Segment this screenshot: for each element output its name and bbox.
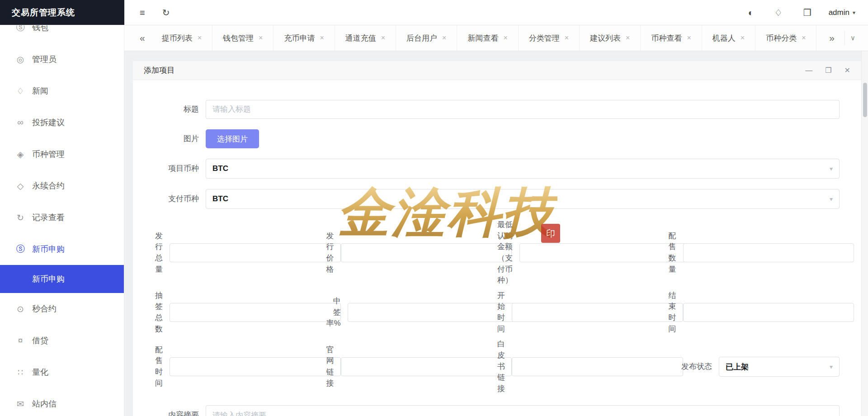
tab-10[interactable]: 机器人×	[702, 25, 755, 51]
lottery-total-input[interactable]	[170, 303, 341, 322]
refresh-icon[interactable]: ↻	[159, 5, 174, 20]
collapse-sidebar-icon[interactable]: ≡	[136, 5, 149, 20]
quant-icon: ∷	[15, 367, 25, 378]
summary-textarea[interactable]	[206, 405, 840, 416]
win-rate-input[interactable]	[348, 303, 519, 322]
admin-badge-icon: ◎	[15, 54, 25, 65]
chevron-down-icon: ▾	[830, 165, 833, 172]
scrollbar-thumb[interactable]	[863, 83, 867, 117]
official-site-link-input[interactable]	[341, 357, 512, 376]
publish-status-value: 已上架	[726, 362, 749, 372]
topbar-right: ◐ ♢ ❒ admin ▾	[745, 5, 868, 20]
tab-7[interactable]: 分类管理×	[519, 25, 580, 51]
title-input[interactable]	[206, 100, 840, 119]
tab-label: 钱包管理	[223, 33, 254, 43]
add-project-modal: 添加项目 — ❐ ✕ 标题	[133, 61, 861, 416]
tab-label: 通道充值	[345, 33, 376, 43]
choose-image-button[interactable]: 选择图片	[206, 129, 259, 148]
sidebar: ⓢ钱包◎管理员♢新闻∞投拆建议◈币种管理◇永续合约↻记录查看ⓢ新币申购新币申购⊙…	[0, 25, 124, 416]
tabs-scroll-left-icon[interactable]: «	[133, 33, 151, 43]
project-coin-select[interactable]: BTC ▾	[206, 159, 840, 179]
form-grid: 发行总量发行价格最低认购金额（支付币种）配售数量抽签总数中签率%开始时间结束时间…	[155, 219, 840, 395]
tab-close-icon[interactable]: ×	[565, 34, 569, 42]
theme-icon[interactable]: ◐	[745, 5, 757, 20]
close-button[interactable]: ✕	[844, 67, 850, 74]
tab-close-icon[interactable]: ×	[259, 34, 263, 42]
modal-title: 添加项目	[144, 65, 175, 76]
sidebar-item-quant[interactable]: ∷量化	[0, 356, 124, 388]
sidebar-item-label: 量化	[32, 367, 48, 378]
sidebar-item-suggestion[interactable]: ∞投拆建议	[0, 107, 124, 138]
tab-close-icon[interactable]: ×	[320, 34, 324, 42]
tab-close-icon[interactable]: ×	[802, 34, 806, 42]
issue-price-input[interactable]	[341, 243, 512, 262]
sidebar-item-coin-manage[interactable]: ◈币种管理	[0, 138, 124, 170]
sidebar-item-news[interactable]: ♢新闻	[0, 75, 124, 107]
topbar: 交易所管理系统 ≡ ↻ ◐ ♢ ❒ admin ▾	[0, 0, 868, 25]
user-menu[interactable]: admin ▾	[829, 8, 855, 17]
min-subscribe-amount-input[interactable]	[519, 243, 691, 262]
tab-6[interactable]: 新闻查看×	[457, 25, 518, 51]
sidebar-item-new-coin[interactable]: ⓢ新币申购	[0, 233, 124, 265]
sidebar-item-new-coin-sub[interactable]: 新币申购	[0, 265, 124, 293]
tab-label: 建议列表	[590, 33, 621, 43]
tab-label: 分类管理	[529, 33, 560, 43]
tab-5[interactable]: 后台用户×	[396, 25, 457, 51]
tab-3[interactable]: 充币申请×	[274, 25, 335, 51]
sidebar-item-perpetual[interactable]: ◇永续合约	[0, 170, 124, 202]
tab-close-icon[interactable]: ×	[442, 34, 446, 42]
allot-quantity-input[interactable]	[683, 243, 854, 262]
tab-1[interactable]: 提币列表×	[151, 25, 212, 51]
tab-close-icon[interactable]: ×	[626, 34, 630, 42]
sidebar-item-seconds[interactable]: ⊙秒合约	[0, 293, 124, 325]
start-time-input[interactable]	[512, 303, 683, 322]
records-icon: ↻	[15, 213, 25, 223]
sidebar-item-label: 记录查看	[32, 212, 65, 223]
tab-label: 后台用户	[406, 33, 437, 43]
sidebar-item-loan[interactable]: ¤借贷	[0, 325, 124, 356]
tab-close-icon[interactable]: ×	[503, 34, 507, 42]
lottery-total-label: 抽签总数	[155, 290, 170, 335]
sidebar-item-admin[interactable]: ◎管理员	[0, 43, 124, 75]
sidebar-item-label: 投拆建议	[32, 117, 65, 128]
sidebar-item-label: 新币申购	[32, 244, 65, 255]
site-mail-icon: ✉	[15, 399, 25, 409]
pay-coin-select[interactable]: BTC ▾	[206, 189, 840, 209]
tag-icon[interactable]: ♢	[771, 5, 786, 20]
tab-2[interactable]: 钱包管理×	[212, 25, 274, 51]
tab-close-icon[interactable]: ×	[198, 34, 202, 42]
minimize-button[interactable]: —	[805, 67, 812, 74]
summary-label: 内容摘要	[155, 410, 199, 416]
tab-11[interactable]: 币种分类×	[755, 25, 816, 51]
tab-4[interactable]: 通道充值×	[335, 25, 396, 51]
tab-close-icon[interactable]: ×	[381, 34, 385, 42]
tab-close-icon[interactable]: ×	[741, 34, 745, 42]
tab-9[interactable]: 币种查看×	[641, 25, 702, 51]
sidebar-item-site-mail[interactable]: ✉站内信	[0, 388, 124, 416]
sidebar-item-label: 管理员	[32, 54, 57, 65]
tabbar: « 提币列表×钱包管理×充币申请×通道充值×后台用户×新闻查看×分类管理×建议列…	[124, 25, 868, 51]
chevron-down-icon: ▾	[830, 363, 833, 370]
fullscreen-icon[interactable]: ❒	[800, 5, 815, 20]
tab-close-icon[interactable]: ×	[687, 34, 691, 42]
whitepaper-link-label: 白皮书链接	[497, 339, 512, 394]
sidebar-item-wallet[interactable]: ⓢ钱包	[0, 25, 124, 43]
publish-status-select[interactable]: 已上架▾	[719, 357, 840, 377]
publish-status-label: 发布状态	[669, 361, 719, 373]
suggestion-link-icon: ∞	[15, 118, 25, 128]
project-coin-value: BTC	[212, 164, 228, 173]
sidebar-item-records[interactable]: ↻记录查看	[0, 202, 124, 233]
sidebar-item-label: 新闻	[32, 85, 48, 96]
whitepaper-link-input[interactable]	[512, 357, 683, 376]
new-coin-icon: ⓢ	[15, 243, 25, 255]
tab-8[interactable]: 建议列表×	[580, 25, 641, 51]
loan-icon: ¤	[15, 336, 25, 345]
sidebar-item-label: 站内信	[32, 398, 57, 409]
issue-total-input[interactable]	[170, 243, 341, 262]
page: 交易所管理系统 ≡ ↻ ◐ ♢ ❒ admin ▾ ⓢ钱包◎管理员♢新闻∞投拆建…	[0, 0, 868, 416]
tabs-dropdown-icon[interactable]: ∨	[844, 31, 861, 45]
end-time-input[interactable]	[683, 303, 854, 322]
maximize-button[interactable]: ❐	[825, 67, 831, 74]
allot-time-input[interactable]	[170, 357, 341, 376]
tabs-scroll-right-icon[interactable]: »	[823, 33, 841, 43]
